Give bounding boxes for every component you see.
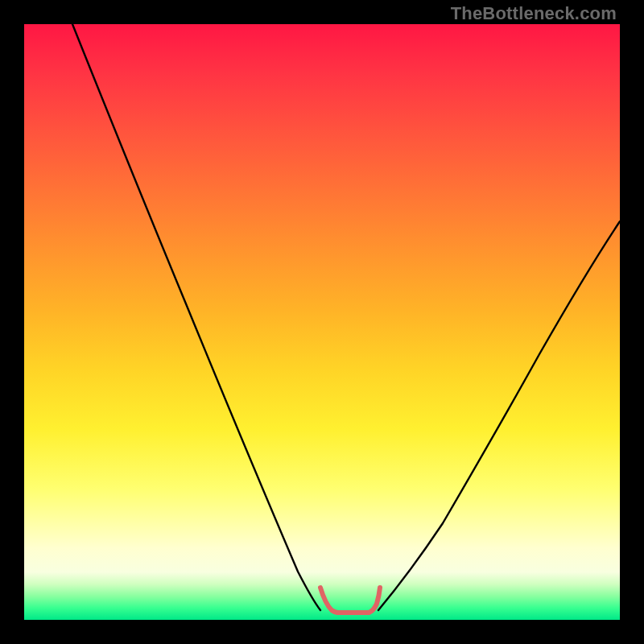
curve-black-left bbox=[72, 24, 320, 610]
plot-area bbox=[24, 24, 620, 620]
watermark-text: TheBottleneck.com bbox=[451, 3, 617, 24]
curve-black-right bbox=[378, 221, 620, 610]
chart-frame: TheBottleneck.com bbox=[0, 0, 644, 644]
curve-layer bbox=[24, 24, 620, 620]
curve-red-left bbox=[320, 588, 338, 613]
